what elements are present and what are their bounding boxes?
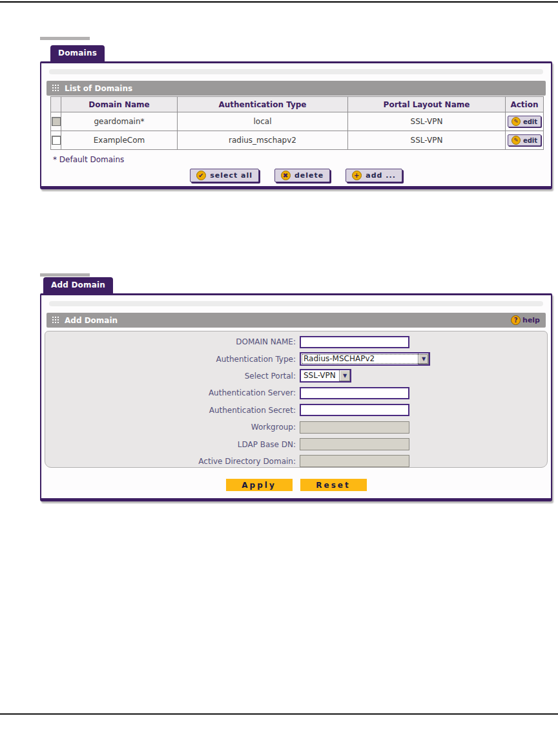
help-icon: ? [511,315,521,325]
checkbox-column-header [51,97,61,112]
column-header-domain-name: Domain Name [61,97,178,112]
select-all-label: select all [210,171,253,180]
add-domain-form: DOMAIN NAME: Authentication Type: Radius… [45,331,548,468]
domains-panel: List of Domains Domain Name Authenticati… [40,61,552,189]
row-checkbox[interactable] [52,136,61,145]
column-header-action: Action [506,97,544,112]
column-header-authentication-type: Authentication Type [178,97,348,112]
default-domains-footnote: * Default Domains [53,155,551,164]
select-portal-value: SSL-VPN [301,370,339,381]
cell-portal-layout-name: SSL-VPN [348,112,506,131]
section-title: Add Domain [65,316,118,325]
page-bottom-rule [0,713,558,715]
add-button[interactable]: + add ... [346,169,402,182]
delete-button[interactable]: ✖ delete [274,169,330,182]
add-label: add ... [366,171,396,180]
authentication-secret-input[interactable] [300,404,409,416]
apply-button[interactable]: Apply [226,479,293,491]
manual-page: Domains List of Domains Domain Name [0,0,558,756]
authentication-type-select[interactable]: Radius-MSCHAPv2 ▼ [300,352,430,366]
active-directory-domain-input [300,455,409,467]
edit-button-label: edit [523,118,537,125]
column-header-portal-layout-name: Portal Layout Name [348,97,506,112]
field-label-active-directory-domain: Active Directory Domain: [45,457,300,466]
field-label-domain-name: DOMAIN NAME: [45,337,300,346]
field-label-workgroup: Workgroup: [45,423,300,432]
reset-button[interactable]: Reset [300,479,367,491]
cell-authentication-type: radius_mschapv2 [178,131,348,150]
add-domain-panel: Add Domain ? help DOMAIN NAME: Authentic… [40,293,552,501]
domains-screenshot: Domains List of Domains Domain Name [40,37,552,200]
plus-icon: + [352,171,362,180]
select-portal-select[interactable]: SSL-VPN ▼ [300,369,351,383]
field-label-authentication-secret: Authentication Secret: [45,406,300,415]
edit-button[interactable]: ✎ edit [508,134,541,146]
table-header-row: Domain Name Authentication Type Portal L… [51,97,544,112]
domain-name-input[interactable] [300,336,409,348]
section-header-list-of-domains: List of Domains [46,81,546,96]
x-icon: ✖ [281,171,291,180]
section-header-add-domain: Add Domain ? help [46,313,546,328]
field-label-authentication-type: Authentication Type: [45,355,300,364]
help-label: help [522,316,540,324]
tab-add-domain[interactable]: Add Domain [43,277,113,293]
row-checkbox[interactable] [52,117,61,126]
field-label-ldap-base-dn: LDAP Base DN: [45,440,300,449]
edit-pencil-icon: ✎ [512,117,521,126]
field-label-authentication-server: Authentication Server: [45,388,300,397]
field-label-select-portal: Select Portal: [45,372,300,381]
table-row: geardomain* local SSL-VPN ✎ edit [51,112,544,131]
edit-pencil-icon: ✎ [512,136,521,145]
cell-domain-name: ExampleCom [61,131,178,150]
cropped-bar [40,273,90,277]
chevron-down-icon: ▼ [339,370,350,381]
help-link[interactable]: ? help [511,315,540,325]
page-top-rule [0,1,558,3]
grid-icon [52,85,59,92]
domains-table: Domain Name Authentication Type Portal L… [50,96,544,150]
toolbar-strip [49,69,543,74]
ldap-base-dn-input [300,438,409,450]
chevron-down-icon: ▼ [418,353,429,364]
delete-label: delete [294,171,324,180]
grid-icon [52,317,59,324]
tab-domains[interactable]: Domains [50,45,105,61]
table-row: ExampleCom radius_mschapv2 SSL-VPN ✎ edi… [51,131,544,150]
section-title: List of Domains [65,84,132,93]
cropped-bar [40,37,90,40]
edit-button-label: edit [523,137,537,144]
cell-portal-layout-name: SSL-VPN [348,131,506,150]
authentication-type-value: Radius-MSCHAPv2 [301,353,418,364]
add-domain-screenshot: Add Domain Add Domain ? help [40,273,552,506]
select-all-button[interactable]: ✔ select all [190,169,259,182]
check-icon: ✔ [196,171,206,180]
workgroup-input [300,421,409,434]
toolbar-strip [49,301,543,306]
cell-authentication-type: local [178,112,348,131]
authentication-server-input[interactable] [300,387,409,399]
table-actions: ✔ select all ✖ delete + add ... [41,169,551,182]
form-actions: Apply Reset [41,479,551,491]
cell-domain-name: geardomain* [61,112,178,131]
edit-button[interactable]: ✎ edit [508,116,541,127]
